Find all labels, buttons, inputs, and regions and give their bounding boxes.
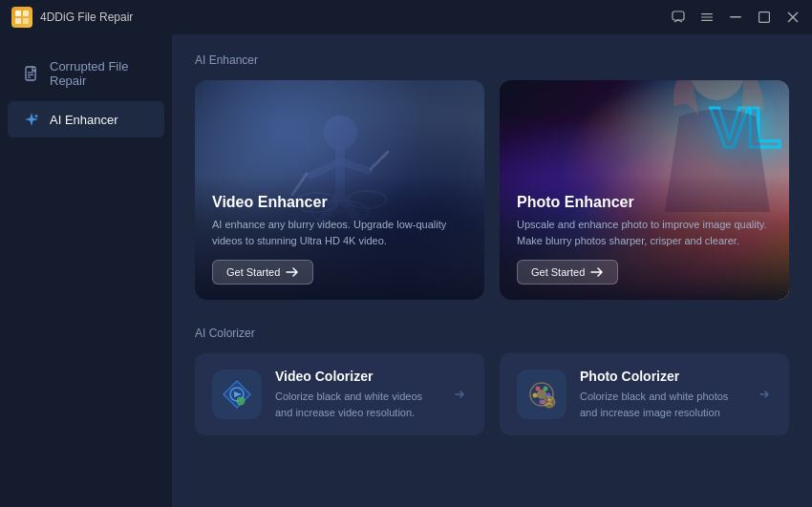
minimize-icon-btn[interactable] [728,10,743,25]
sidebar-label-corrupted: Corrupted File Repair [50,59,149,88]
video-enhancer-title: Video Enhancer [212,194,467,211]
video-colorizer-icon [220,377,254,412]
sidebar: Corrupted File Repair AI Enhancer [0,34,172,507]
photo-colorizer-title: Photo Colorizer [580,369,743,384]
photo-enhancer-card[interactable]: VL Photo Enhancer Upscal [500,80,789,300]
file-icon [23,65,40,82]
svg-rect-4 [673,11,684,20]
photo-colorizer-card[interactable]: Photo Colorizer Colorize black and white… [500,353,789,435]
photo-enhancer-get-started-button[interactable]: Get Started [517,260,618,285]
window-controls [671,10,801,25]
video-enhancer-get-started-button[interactable]: Get Started [212,260,313,285]
colorizer-cards-row: Video Colorizer Colorize black and white… [195,353,789,435]
svg-rect-2 [15,18,21,24]
svg-rect-5 [701,13,713,14]
titlebar-left: 4DDiG File Repair [11,7,133,28]
svg-point-29 [544,387,548,391]
photo-colorizer-desc: Colorize black and white photos and incr… [580,389,743,420]
svg-rect-8 [730,16,741,18]
titlebar: 4DDiG File Repair [0,0,812,34]
svg-rect-9 [759,12,770,23]
video-colorizer-icon-box [212,370,262,419]
video-enhancer-desc: AI enhance any blurry videos. Upgrade lo… [212,217,467,248]
app-icon [11,7,32,28]
photo-colorizer-icon-box [517,370,566,419]
svg-rect-12 [26,67,35,80]
video-colorizer-card[interactable]: Video Colorizer Colorize black and white… [195,353,484,435]
svg-point-31 [533,393,538,398]
sparkle-icon [23,111,40,128]
content-area: AI Enhancer [172,34,812,507]
chat-icon-btn[interactable] [671,10,686,25]
video-enhancer-card[interactable]: Video Enhancer AI enhance any blurry vid… [195,80,484,300]
photo-colorizer-text: Photo Colorizer Colorize black and white… [580,369,743,420]
svg-point-28 [536,387,541,391]
app-title: 4DDiG File Repair [40,11,133,24]
sidebar-item-corrupted-file-repair[interactable]: Corrupted File Repair [8,50,164,97]
svg-point-23 [691,80,744,100]
video-colorizer-title: Video Colorizer [275,369,438,384]
sidebar-item-ai-enhancer[interactable]: AI Enhancer [8,101,164,137]
close-icon-btn[interactable] [785,10,801,25]
ai-enhancer-section-label: AI Enhancer [195,53,789,67]
photo-enhancer-desc: Upscale and enhance photo to improve ima… [517,217,772,248]
svg-point-34 [548,398,551,401]
sidebar-label-ai-enhancer: AI Enhancer [50,113,118,127]
svg-rect-0 [15,11,21,16]
ai-colorizer-section-label: AI Colorizer [195,327,789,340]
video-colorizer-text: Video Colorizer Colorize black and white… [275,369,438,420]
video-card-overlay: Video Enhancer AI enhance any blurry vid… [195,175,484,300]
photo-enhancer-title: Photo Enhancer [517,194,772,211]
maximize-icon-btn[interactable] [757,10,772,25]
photo-colorizer-icon [524,377,559,412]
video-colorizer-desc: Colorize black and white videos and incr… [275,389,438,420]
enhancer-cards-row: Video Enhancer AI enhance any blurry vid… [195,80,789,300]
svg-rect-6 [701,16,713,17]
svg-rect-1 [23,11,29,16]
svg-rect-7 [701,20,713,21]
main-layout: Corrupted File Repair AI Enhancer AI Enh… [0,34,812,507]
video-colorizer-arrow-icon [452,387,467,402]
photo-card-overlay: Photo Enhancer Upscale and enhance photo… [500,175,789,300]
svg-rect-3 [23,18,29,24]
svg-point-33 [544,396,555,408]
menu-icon-btn[interactable] [699,10,715,25]
photo-colorizer-arrow-icon [757,387,772,402]
